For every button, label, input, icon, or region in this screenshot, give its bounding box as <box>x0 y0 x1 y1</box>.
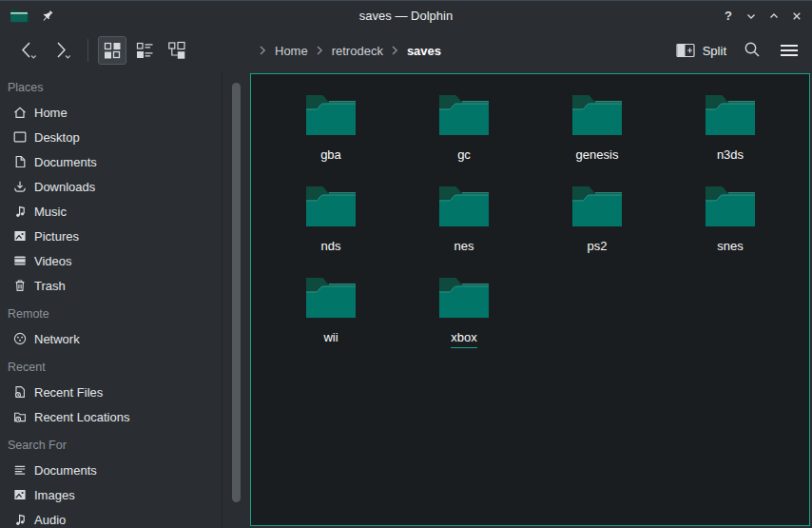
document-icon <box>12 154 28 169</box>
folder-icon <box>303 274 358 320</box>
breadcrumb: Home retrodeck saves <box>258 44 441 58</box>
folder-item-gba[interactable]: gba <box>264 91 397 183</box>
icons-view-button[interactable] <box>98 36 126 65</box>
folder-icon <box>570 183 625 228</box>
sidebar-section-header: Remote <box>0 302 247 326</box>
sidebar-item-trash[interactable]: Trash <box>0 273 247 298</box>
folder-icon <box>436 274 492 320</box>
hamburger-menu-button[interactable] <box>778 36 801 65</box>
folder-label: genesis <box>576 148 619 165</box>
home-icon <box>12 105 28 120</box>
breadcrumb-item-home[interactable]: Home <box>275 44 308 58</box>
folder-item-n3ds[interactable]: n3ds <box>664 91 797 183</box>
sidebar-section-header: Search For <box>0 433 247 458</box>
folder-label: xbox <box>451 331 476 348</box>
folder-item-snes[interactable]: snes <box>664 183 797 274</box>
folder-icon <box>436 91 492 137</box>
folder-label: nds <box>321 240 341 256</box>
breadcrumb-chevron-icon <box>315 45 325 56</box>
folder-icon <box>436 183 492 228</box>
video-icon <box>12 253 28 268</box>
pin-icon[interactable] <box>40 9 55 24</box>
maximize-button[interactable] <box>766 9 782 24</box>
trash-icon <box>12 278 28 293</box>
folder-icon <box>703 91 758 137</box>
folder-icon <box>570 91 625 137</box>
sidebar-item-downloads[interactable]: Downloads <box>0 174 247 199</box>
music-icon <box>12 512 28 527</box>
folder-item-nes[interactable]: nes <box>397 183 531 274</box>
folder-item-gc[interactable]: gc <box>397 91 531 183</box>
minimize-button[interactable] <box>744 9 759 24</box>
folder-grid: gba gc genesis <box>251 74 809 365</box>
sidebar-section-header: Recent <box>0 355 247 380</box>
sidebar-item-music[interactable]: Music <box>0 199 247 224</box>
sidebar-item-home[interactable]: Home <box>0 100 247 125</box>
sidebar-item-desktop[interactable]: Desktop <box>0 125 247 149</box>
split-icon <box>675 42 696 59</box>
breadcrumb-item-saves[interactable]: saves <box>407 44 441 58</box>
sidebar-item-pictures[interactable]: Pictures <box>0 224 247 248</box>
details-view-button[interactable] <box>130 36 159 65</box>
folder-label: ps2 <box>588 240 608 256</box>
folder-icon <box>303 183 358 228</box>
sidebar-item-recent-locations[interactable]: Recent Locations <box>0 404 247 429</box>
toolbar-separator <box>87 39 88 62</box>
titlebar[interactable]: saves — Dolphin ? <box>0 2 812 29</box>
split-label: Split <box>703 44 726 58</box>
sidebar-section-header: Places <box>0 75 247 100</box>
forward-button[interactable] <box>46 36 80 65</box>
folder-label: snes <box>717 240 743 256</box>
places-panel: Places Home Desktop Documents Downloads … <box>0 71 247 528</box>
close-button[interactable] <box>789 9 804 24</box>
sidebar-item-documents[interactable]: Documents <box>0 458 247 482</box>
network-icon <box>12 331 28 346</box>
folder-label: wii <box>323 331 338 347</box>
back-button[interactable] <box>11 36 46 65</box>
folder-item-wii[interactable]: wii <box>264 274 397 365</box>
window-title: saves — Dolphin <box>0 9 812 23</box>
recent-folder-icon <box>12 409 28 424</box>
main-toolbar: Home retrodeck saves Split <box>0 29 812 71</box>
breadcrumb-item-retrodeck[interactable]: retrodeck <box>332 44 383 58</box>
folder-item-nds[interactable]: nds <box>264 183 397 274</box>
split-button[interactable]: Split <box>675 42 726 59</box>
sidebar-item-images[interactable]: Images <box>0 482 247 507</box>
folder-item-genesis[interactable]: genesis <box>531 91 664 183</box>
app-folder-icon[interactable] <box>10 9 29 24</box>
image-icon <box>12 228 28 244</box>
text-lines-icon <box>12 462 28 478</box>
desktop-icon <box>12 129 28 145</box>
dolphin-window: saves — Dolphin ? <box>0 0 812 528</box>
breadcrumb-chevron-icon <box>390 45 400 56</box>
folder-icon <box>303 91 358 137</box>
search-button[interactable] <box>742 36 763 65</box>
sidebar-item-network[interactable]: Network <box>0 326 247 351</box>
sidebar-item-documents[interactable]: Documents <box>0 149 247 174</box>
folder-label: n3ds <box>717 148 744 165</box>
folder-item-ps2[interactable]: ps2 <box>531 183 664 274</box>
sidebar-item-audio[interactable]: Audio <box>0 507 247 528</box>
music-icon <box>12 204 28 219</box>
sidebar-item-videos[interactable]: Videos <box>0 248 247 273</box>
sidebar-scrollbar[interactable] <box>232 83 241 502</box>
folder-view[interactable]: gba gc genesis <box>250 73 810 526</box>
download-icon <box>12 179 28 194</box>
breadcrumb-chevron-icon <box>258 45 268 56</box>
sidebar-divider <box>222 71 222 528</box>
folder-label: gba <box>320 148 341 165</box>
folder-label: gc <box>457 148 471 165</box>
folder-icon <box>703 183 758 228</box>
folder-item-xbox[interactable]: xbox <box>397 274 531 365</box>
recent-file-icon <box>12 384 28 400</box>
sidebar-item-recent-files[interactable]: Recent Files <box>0 380 247 404</box>
folder-label: nes <box>454 240 474 256</box>
image-icon <box>12 487 28 502</box>
tree-view-button[interactable] <box>163 36 191 65</box>
help-button[interactable]: ? <box>721 9 736 24</box>
